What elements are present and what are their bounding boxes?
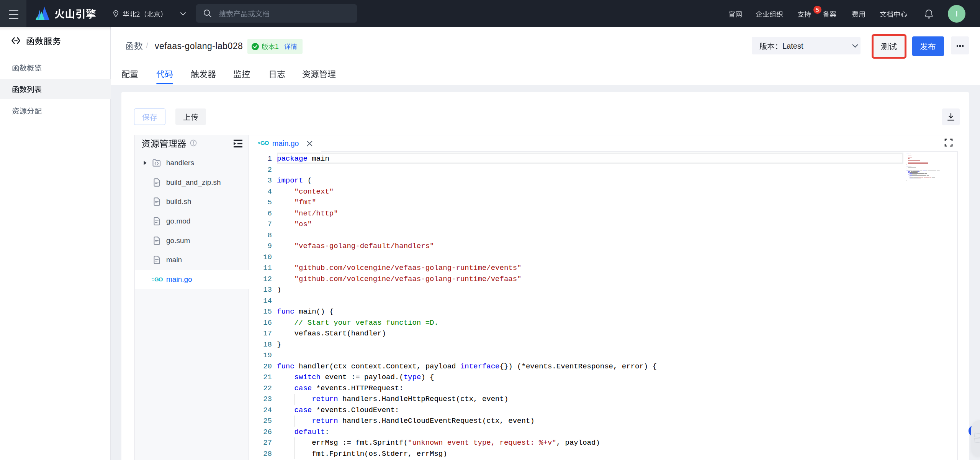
svg-text:GO: GO xyxy=(154,276,163,283)
svg-text:GO: GO xyxy=(260,140,269,146)
